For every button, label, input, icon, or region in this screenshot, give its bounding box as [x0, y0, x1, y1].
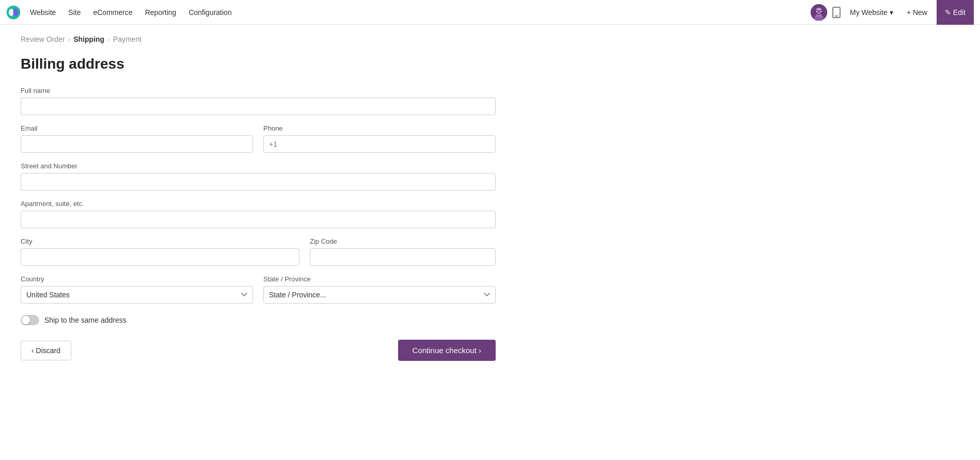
avatar[interactable] — [811, 4, 827, 21]
breadcrumb-sep-1: › — [68, 35, 71, 43]
email-group: Email — [21, 124, 253, 153]
mobile-preview-icon[interactable] — [831, 7, 842, 18]
street-input[interactable] — [21, 173, 496, 191]
state-select[interactable]: State / Province... — [263, 286, 496, 304]
nav-site[interactable]: Site — [63, 5, 86, 20]
svg-point-1 — [9, 9, 14, 16]
country-state-row: Country United States State / Province S… — [21, 275, 496, 313]
state-label: State / Province — [263, 275, 496, 283]
city-label: City — [21, 237, 299, 245]
toggle-track — [21, 315, 39, 325]
new-button[interactable]: + New — [902, 6, 932, 19]
breadcrumb-payment[interactable]: Payment — [113, 35, 141, 43]
nav-ecommerce[interactable]: eCommerce — [88, 5, 137, 20]
logo[interactable] — [6, 5, 21, 20]
full-name-group: Full name — [21, 87, 496, 115]
email-input[interactable] — [21, 135, 253, 153]
state-group: State / Province State / Province... — [263, 275, 496, 304]
svg-rect-6 — [816, 14, 822, 17]
nav-reporting[interactable]: Reporting — [140, 5, 182, 20]
continue-checkout-button[interactable]: Continue checkout › — [398, 340, 496, 361]
street-group: Street and Number — [21, 162, 496, 191]
zip-input[interactable] — [310, 248, 496, 266]
zip-label: Zip Code — [310, 237, 496, 245]
apt-input[interactable] — [21, 211, 496, 228]
nav-right-actions: My Website ▾ + New ✎ Edit — [811, 0, 974, 25]
breadcrumb-sep-2: › — [107, 35, 110, 43]
breadcrumb-review-order[interactable]: Review Order — [21, 35, 65, 43]
main-content: Review Order › Shipping › Payment Billin… — [0, 25, 516, 392]
discard-button[interactable]: ‹ Discard — [21, 341, 71, 360]
city-input[interactable] — [21, 248, 299, 266]
country-label: Country — [21, 275, 253, 283]
phone-group: Phone — [263, 124, 496, 153]
my-website-button[interactable]: My Website ▾ — [846, 6, 897, 19]
full-name-label: Full name — [21, 87, 496, 94]
breadcrumb-shipping[interactable]: Shipping — [73, 35, 104, 43]
country-select[interactable]: United States — [21, 286, 253, 304]
street-label: Street and Number — [21, 162, 496, 170]
breadcrumb: Review Order › Shipping › Payment — [21, 35, 496, 43]
phone-input[interactable] — [263, 135, 496, 153]
toggle-thumb — [22, 316, 30, 324]
ship-same-toggle[interactable] — [21, 315, 39, 325]
top-navigation: Website Site eCommerce Reporting Configu… — [0, 0, 980, 25]
country-group: Country United States — [21, 275, 253, 304]
city-zip-row: City Zip Code — [21, 237, 496, 275]
apt-label: Apartment, suite, etc. — [21, 200, 496, 208]
email-label: Email — [21, 124, 253, 132]
phone-label: Phone — [263, 124, 496, 132]
svg-point-2 — [13, 9, 18, 16]
chevron-down-icon: ▾ — [890, 8, 893, 17]
apt-group: Apartment, suite, etc. — [21, 200, 496, 228]
page-title: Billing address — [21, 56, 496, 72]
full-name-input[interactable] — [21, 98, 496, 115]
nav-menu: Website Site eCommerce Reporting Configu… — [25, 5, 811, 20]
nav-configuration[interactable]: Configuration — [183, 5, 236, 20]
ship-same-row: Ship to the same address — [21, 315, 496, 325]
zip-group: Zip Code — [310, 237, 496, 266]
city-group: City — [21, 237, 299, 266]
edit-button[interactable]: ✎ Edit — [937, 0, 974, 25]
form-actions: ‹ Discard Continue checkout › — [21, 340, 496, 361]
nav-website[interactable]: Website — [25, 5, 61, 20]
email-phone-row: Email Phone — [21, 124, 496, 162]
ship-same-label: Ship to the same address — [44, 316, 127, 324]
